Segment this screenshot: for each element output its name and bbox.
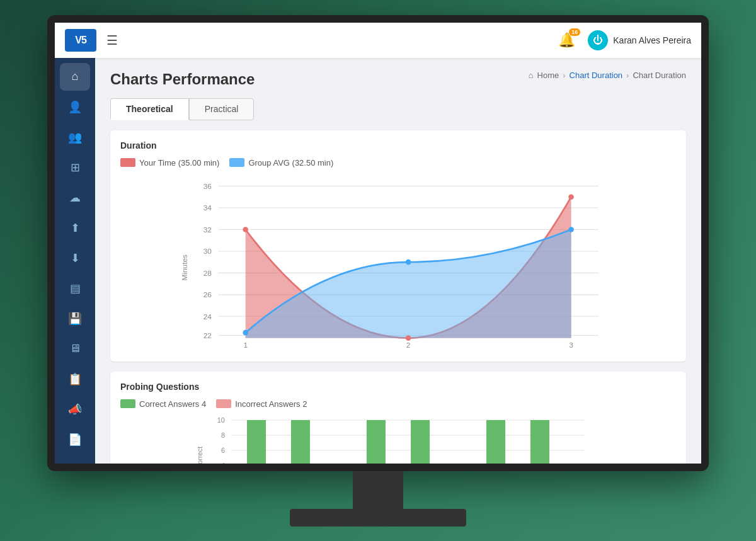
svg-rect-41 — [486, 420, 505, 464]
breadcrumb-level2: Chart Duration — [633, 71, 686, 80]
user-icon: 👤 — [68, 100, 82, 114]
monitor-stand-base — [290, 509, 466, 527]
files-icon: ▤ — [70, 282, 81, 295]
breadcrumb: ⌂ Home › Chart Duration › Chart Duration — [529, 71, 686, 80]
svg-point-24 — [406, 259, 411, 265]
svg-text:Minutes: Minutes — [180, 254, 189, 280]
svg-text:26: 26 — [203, 290, 212, 299]
notification-button[interactable]: 🔔 16 — [558, 32, 575, 48]
svg-text:28: 28 — [203, 268, 212, 277]
svg-text:30: 30 — [203, 247, 212, 256]
svg-point-21 — [406, 335, 411, 341]
group-icon: 👥 — [68, 130, 82, 144]
user-name: Karan Alves Pereira — [613, 35, 691, 45]
home-breadcrumb-icon: ⌂ — [529, 71, 534, 80]
dashboard-icon: ⊞ — [71, 161, 80, 174]
probing-section-title: Probing Questions — [120, 382, 676, 392]
sidebar-item-upload[interactable]: ⬆ — [60, 214, 90, 242]
svg-text:6: 6 — [221, 447, 225, 454]
power-icon: ⏻ — [593, 35, 603, 46]
sidebar-item-cloud-upload[interactable]: ☁ — [60, 184, 90, 212]
duration-section-title: Duration — [120, 140, 676, 151]
storage-icon: 💾 — [68, 312, 82, 326]
sidebar-item-download[interactable]: ⬇ — [60, 244, 90, 272]
svg-point-25 — [568, 227, 574, 232]
svg-text:34: 34 — [203, 203, 212, 212]
legend-your-time: Your Time (35.00 min) — [120, 158, 219, 168]
svg-text:1: 1 — [243, 340, 248, 348]
sidebar: ⌂ 👤 👥 ⊞ ☁ ⬆ — [55, 58, 95, 464]
top-header: V5 ☰ 🔔 16 ⏻ Karan Alves Pereira — [55, 23, 701, 58]
hamburger-button[interactable]: ☰ — [106, 33, 118, 48]
sidebar-item-storage[interactable]: 💾 — [60, 305, 90, 333]
svg-text:4: 4 — [221, 462, 225, 464]
svg-text:22: 22 — [203, 331, 212, 339]
duration-chart-section: Duration Your Time (35.00 min) Group AVG… — [110, 130, 686, 362]
sidebar-item-dashboard[interactable]: ⊞ — [60, 154, 90, 181]
tabs-container: Theoretical Practical — [110, 98, 686, 120]
legend-incorrect-label: Incorrect Answers 2 — [235, 399, 307, 409]
legend-incorrect: Incorrect Answers 2 — [216, 399, 307, 409]
svg-rect-42 — [530, 420, 549, 464]
sidebar-item-user[interactable]: 👤 — [60, 93, 90, 121]
legend-group-avg: Group AVG (32.50 min) — [229, 158, 333, 168]
duration-chart-wrapper: 36 34 32 30 28 26 24 22 Minutes — [120, 173, 676, 351]
probing-chart-svg: 10 8 6 4 2 Correct — [120, 414, 676, 464]
sidebar-item-clipboard[interactable]: 📋 — [60, 365, 90, 393]
svg-text:36: 36 — [203, 181, 212, 190]
tab-theoretical[interactable]: Theoretical — [110, 98, 189, 120]
tab-practical[interactable]: Practical — [189, 98, 255, 120]
announcements-icon: 📣 — [68, 402, 82, 416]
legend-incorrect-color — [216, 399, 231, 408]
legend-correct-color — [120, 399, 135, 408]
sidebar-item-group[interactable]: 👥 — [60, 123, 90, 151]
clipboard-icon: 📋 — [68, 372, 82, 386]
svg-text:32: 32 — [203, 225, 212, 234]
download-icon: ⬇ — [71, 251, 80, 265]
svg-point-23 — [243, 329, 248, 335]
sidebar-item-files[interactable]: ▤ — [60, 275, 90, 302]
svg-text:3: 3 — [569, 340, 573, 348]
user-avatar-icon: ⏻ — [588, 30, 608, 50]
svg-text:Correct: Correct — [196, 446, 203, 463]
duration-chart-legend: Your Time (35.00 min) Group AVG (32.50 m… — [120, 158, 676, 168]
sidebar-item-monitor[interactable]: 🖥 — [60, 335, 90, 363]
home-icon: ⌂ — [72, 70, 79, 83]
svg-rect-39 — [367, 420, 386, 464]
legend-your-time-color — [120, 158, 135, 167]
app-logo: V5 — [65, 29, 96, 52]
legend-correct: Correct Answers 4 — [120, 399, 206, 409]
svg-text:8: 8 — [221, 431, 225, 439]
legend-your-time-label: Your Time (35.00 min) — [139, 158, 219, 168]
probing-chart-wrapper: 10 8 6 4 2 Correct — [120, 414, 676, 464]
page-header: Charts Performance ⌂ Home › Chart Durati… — [110, 71, 686, 88]
svg-rect-37 — [247, 420, 266, 464]
svg-rect-38 — [291, 420, 310, 464]
cloud-upload-icon: ☁ — [69, 191, 81, 205]
document-icon: 📄 — [68, 433, 82, 447]
sidebar-item-document[interactable]: 📄 — [60, 426, 90, 453]
legend-group-avg-label: Group AVG (32.50 min) — [248, 158, 333, 168]
monitor-icon: 🖥 — [69, 342, 81, 355]
svg-point-20 — [243, 227, 248, 232]
breadcrumb-sep-1: › — [563, 71, 565, 80]
notification-badge: 16 — [569, 28, 580, 36]
svg-rect-40 — [411, 420, 430, 464]
svg-point-22 — [568, 194, 574, 200]
breadcrumb-level1[interactable]: Chart Duration — [570, 71, 623, 80]
upload-icon: ⬆ — [71, 221, 80, 235]
page-title: Charts Performance — [110, 71, 255, 88]
breadcrumb-sep-2: › — [626, 71, 629, 80]
probing-chart-legend: Correct Answers 4 Incorrect Answers 2 — [120, 399, 676, 409]
sidebar-item-home[interactable]: ⌂ — [60, 63, 90, 91]
user-section[interactable]: ⏻ Karan Alves Pereira — [588, 30, 691, 50]
content-area: Charts Performance ⌂ Home › Chart Durati… — [95, 58, 701, 464]
main-layout: ⌂ 👤 👥 ⊞ ☁ ⬆ — [55, 58, 701, 464]
svg-text:24: 24 — [203, 312, 212, 321]
duration-chart-svg: 36 34 32 30 28 26 24 22 Minutes — [120, 173, 676, 349]
breadcrumb-home[interactable]: Home — [537, 71, 559, 80]
legend-correct-label: Correct Answers 4 — [139, 399, 206, 409]
svg-text:10: 10 — [217, 416, 225, 424]
sidebar-item-announcements[interactable]: 📣 — [60, 396, 90, 423]
legend-group-avg-color — [229, 158, 244, 167]
